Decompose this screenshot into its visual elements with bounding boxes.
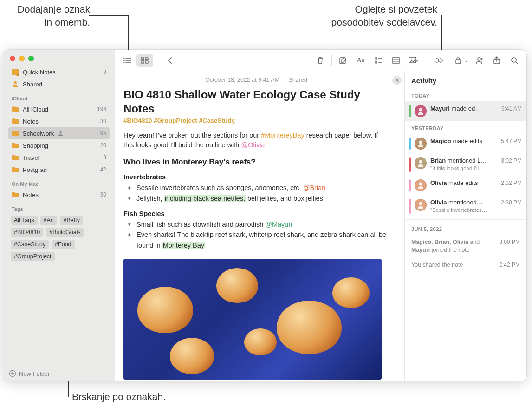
heading-reefs: Who lives in Monterey Bay's reefs? — [123, 158, 389, 167]
note-hashtags: #BIO4810 #GroupProject #CaseStudy — [123, 117, 389, 124]
label: Postgrad — [23, 166, 47, 173]
activity-panel: Activity TODAY Mayuri made ed… 9:41 AM Y… — [404, 71, 526, 381]
activity-title: Activity — [405, 71, 526, 88]
share-button[interactable] — [488, 54, 505, 67]
count: 9 — [103, 69, 106, 75]
plus-circle-icon — [9, 370, 16, 377]
sidebar-item-notes[interactable]: Notes 30 — [8, 115, 110, 127]
svg-point-25 — [419, 202, 422, 205]
note-date: October 18, 2022 at 9:41 AM — Shared — [123, 77, 389, 83]
back-button[interactable] — [162, 54, 178, 67]
toolbar: Aa ⌄ — [115, 50, 526, 71]
mention-olivia[interactable]: @Olivia! — [241, 141, 266, 149]
sidebar-item-shared[interactable]: Shared — [8, 78, 110, 90]
tag-food[interactable]: #Food — [52, 240, 74, 249]
sidebar: Quick Notes 9 Shared iCloud All iCloud 1… — [3, 50, 115, 381]
activity-row[interactable]: Brian mentioned L… "If this looks good I… — [405, 153, 526, 176]
view-gallery-button[interactable] — [136, 54, 153, 67]
folder-icon — [12, 142, 19, 149]
checklist-button[interactable] — [370, 54, 387, 67]
svg-rect-6 — [141, 61, 144, 63]
close-dot[interactable] — [10, 56, 15, 61]
svg-rect-4 — [141, 58, 144, 60]
count: 196 — [97, 106, 106, 112]
svg-point-17 — [478, 58, 480, 60]
activity-row[interactable]: Olivia made edits 2:32 PM — [405, 176, 526, 195]
zoom-dot[interactable] — [28, 56, 34, 61]
lock-button[interactable]: ⌄ — [453, 54, 470, 67]
activity-row[interactable]: Mayuri made ed… 9:41 AM — [405, 101, 526, 121]
list-fish: Small fish such as clownfish and parrotf… — [123, 219, 389, 250]
count: 20 — [100, 142, 106, 149]
sidebar-item-quick-notes[interactable]: Quick Notes 9 — [8, 66, 110, 78]
tag-groupproject[interactable]: #GroupProject — [11, 252, 55, 261]
search-button[interactable] — [506, 54, 523, 67]
label: Shopping — [23, 142, 48, 149]
label: Notes — [23, 191, 39, 198]
section-onmymac: On My Mac — [8, 176, 110, 189]
sidebar-item-notes[interactable]: Notes 30 — [8, 189, 110, 201]
new-folder-button[interactable]: New Folder — [3, 366, 115, 381]
avatar — [415, 138, 427, 150]
tag-alltags[interactable]: All Tags — [11, 216, 38, 225]
shared-indicator-icon — [58, 131, 64, 137]
activity-text: Magico made edits — [430, 138, 497, 145]
table-button[interactable] — [388, 54, 404, 67]
svg-point-14 — [435, 59, 439, 62]
activity-text: Mayuri made ed… — [430, 105, 498, 113]
svg-point-13 — [411, 58, 412, 59]
highlight-montereybay: Monterey Bay — [162, 242, 205, 249]
activity-color-bar — [409, 105, 411, 117]
svg-point-23 — [419, 160, 422, 164]
mention-mayuri[interactable]: @Mayuri — [265, 221, 292, 228]
sidebar-item-schoolwork[interactable]: Schoolwork 95 — [8, 127, 110, 139]
main-content: Aa ⌄ ✕ October 18, 2022 at 9:41 AM — Sha… — [115, 50, 526, 381]
svg-point-1 — [14, 81, 17, 84]
mention-brian[interactable]: @Brian — [303, 184, 326, 191]
activity-color-bar — [409, 157, 411, 172]
note-title: BIO 4810 Shallow Water Ecology Case Stud… — [123, 88, 389, 116]
label: Schoolwork — [23, 130, 54, 137]
note-image-jellyfish — [123, 259, 382, 380]
svg-rect-7 — [145, 61, 148, 63]
hashtag-montereybay[interactable]: #MontereyBay — [261, 131, 305, 139]
note-editor[interactable]: ✕ October 18, 2022 at 9:41 AM — Shared B… — [115, 71, 404, 381]
new-folder-label: New Folder — [19, 370, 50, 377]
svg-point-21 — [419, 108, 422, 112]
sidebar-item-all-icloud[interactable]: All iCloud 196 — [8, 103, 110, 115]
activity-time: 2:30 PM — [501, 199, 522, 206]
tag-art[interactable]: #Art — [40, 216, 58, 225]
sidebar-item-travel[interactable]: Travel 9 — [8, 151, 110, 164]
tag-casestudy[interactable]: #CaseStudy — [11, 240, 49, 249]
activity-row[interactable]: Magico made edits 5:47 PM — [405, 134, 526, 153]
heading-fish: Fish Species — [123, 210, 389, 217]
activity-row[interactable]: Olivia mentioned… "Sessile invertebrates… — [405, 195, 526, 217]
app-window: Quick Notes 9 Shared iCloud All iCloud 1… — [3, 50, 526, 381]
sidebar-item-shopping[interactable]: Shopping 20 — [8, 139, 110, 151]
new-note-button[interactable] — [335, 54, 351, 67]
svg-point-15 — [439, 59, 442, 62]
label: Quick Notes — [23, 69, 56, 76]
activity-text: Olivia made edits — [430, 179, 497, 187]
media-button[interactable] — [405, 54, 422, 67]
view-list-button[interactable] — [119, 54, 136, 67]
heading-invertebrates: Invertebrates — [123, 173, 389, 181]
minimize-dot[interactable] — [19, 56, 25, 61]
format-button[interactable]: Aa — [352, 54, 369, 67]
collaborate-button[interactable] — [471, 54, 487, 67]
link-button[interactable] — [430, 54, 447, 67]
activity-text: Olivia mentioned… "Sessile invertebrates… — [430, 199, 497, 214]
count: 95 — [100, 130, 106, 137]
quick-notes-icon — [12, 68, 19, 76]
tag-bio4810[interactable]: #BIO4810 — [11, 228, 43, 237]
folder-icon — [12, 118, 19, 125]
tag-buildgoals[interactable]: #BuildGoals — [46, 228, 84, 237]
section-tags: Tags — [8, 201, 110, 214]
tag-betty[interactable]: #Betty — [60, 216, 83, 225]
close-activity-button[interactable]: ✕ — [392, 76, 402, 85]
activity-section-yesterday: YESTERDAY — [405, 121, 526, 134]
avatar — [415, 179, 427, 191]
delete-button[interactable] — [312, 54, 329, 67]
count: 9 — [103, 154, 106, 161]
sidebar-item-postgrad[interactable]: Postgrad 42 — [8, 164, 110, 176]
